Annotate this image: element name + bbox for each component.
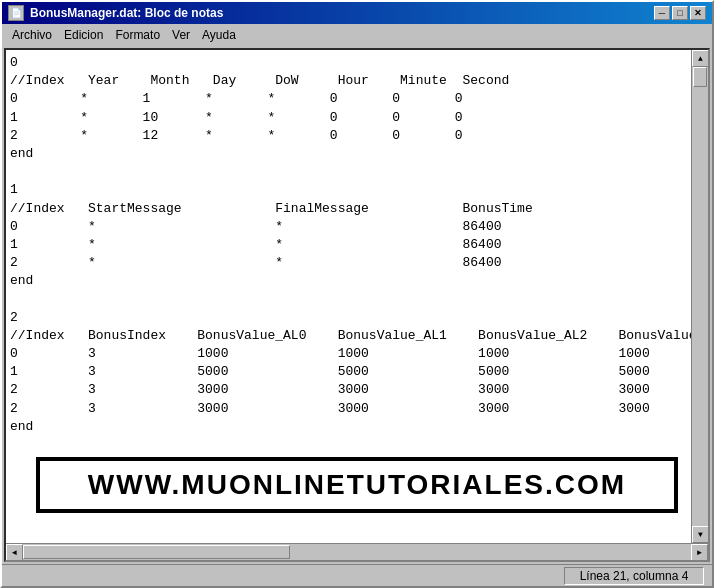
file-text: 0 //Index Year Month Day DoW Hour Minute… — [10, 54, 704, 436]
text-content[interactable]: 0 //Index Year Month Day DoW Hour Minute… — [6, 50, 708, 543]
menu-ayuda[interactable]: Ayuda — [196, 26, 242, 44]
menu-archivo[interactable]: Archivo — [6, 26, 58, 44]
scroll-thumb-vertical[interactable] — [693, 67, 707, 87]
scroll-up-arrow[interactable]: ▲ — [692, 50, 709, 67]
status-bar: Línea 21, columna 4 — [2, 564, 712, 586]
cursor-position: Línea 21, columna 4 — [580, 569, 689, 583]
menu-formato[interactable]: Formato — [109, 26, 166, 44]
horizontal-scrollbar[interactable]: ◄ ► — [6, 543, 708, 560]
scroll-left-arrow[interactable]: ◄ — [6, 544, 23, 561]
title-bar: 📄 BonusManager.dat: Bloc de notas ─ □ ✕ — [2, 2, 712, 24]
watermark-text: WWW.MUONLINETUTORIALES.COM — [88, 469, 626, 500]
vertical-scrollbar[interactable]: ▲ ▼ — [691, 50, 708, 543]
menu-edicion[interactable]: Edicion — [58, 26, 109, 44]
content-area: 0 //Index Year Month Day DoW Hour Minute… — [4, 48, 710, 562]
title-bar-left: 📄 BonusManager.dat: Bloc de notas — [8, 5, 223, 21]
scroll-right-arrow[interactable]: ► — [691, 544, 708, 561]
menu-ver[interactable]: Ver — [166, 26, 196, 44]
scroll-track-horizontal[interactable] — [23, 544, 691, 560]
scroll-down-arrow[interactable]: ▼ — [692, 526, 709, 543]
window-title: BonusManager.dat: Bloc de notas — [30, 6, 223, 20]
maximize-button[interactable]: □ — [672, 6, 688, 20]
title-buttons: ─ □ ✕ — [654, 6, 706, 20]
app-icon: 📄 — [8, 5, 24, 21]
minimize-button[interactable]: ─ — [654, 6, 670, 20]
watermark-box: WWW.MUONLINETUTORIALES.COM — [36, 457, 678, 513]
scroll-thumb-horizontal[interactable] — [23, 545, 290, 559]
status-panel: Línea 21, columna 4 — [564, 567, 704, 585]
scroll-track-vertical[interactable] — [692, 67, 708, 526]
close-button[interactable]: ✕ — [690, 6, 706, 20]
menu-bar: Archivo Edicion Formato Ver Ayuda — [2, 24, 712, 46]
main-window: 📄 BonusManager.dat: Bloc de notas ─ □ ✕ … — [0, 0, 714, 588]
